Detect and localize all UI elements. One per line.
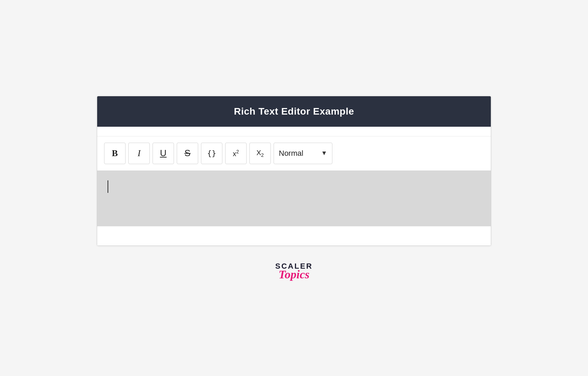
editor-toolbar: B I U S {} x2 X2 Normal ▼	[97, 136, 491, 171]
strikethrough-button[interactable]: S	[177, 143, 198, 164]
bold-label: B	[112, 148, 118, 159]
subscript-label: X2	[256, 149, 264, 158]
superscript-button[interactable]: x2	[225, 143, 247, 164]
editor-bottom-bar	[97, 226, 491, 245]
scaler-logo-bottom-text: Topics	[278, 269, 309, 280]
editor-container: Rich Text Editor Example B I U S {} x2 X…	[97, 96, 491, 246]
italic-label: I	[138, 148, 141, 159]
text-cursor	[108, 180, 108, 193]
superscript-label: x2	[233, 149, 239, 158]
code-button[interactable]: {}	[201, 143, 222, 164]
dropdown-selected-value: Normal	[279, 149, 315, 158]
underline-button[interactable]: U	[153, 143, 174, 164]
bold-button[interactable]: B	[104, 143, 126, 164]
italic-button[interactable]: I	[128, 143, 150, 164]
code-label: {}	[207, 149, 217, 158]
subscript-button[interactable]: X2	[249, 143, 271, 164]
strikethrough-label: S	[184, 148, 190, 159]
chevron-down-icon: ▼	[321, 150, 327, 157]
underline-label: U	[160, 148, 167, 159]
editor-top-bar	[97, 127, 491, 136]
editor-title: Rich Text Editor Example	[234, 106, 354, 117]
editor-header: Rich Text Editor Example	[97, 96, 491, 127]
editor-content-area[interactable]	[97, 171, 491, 226]
scaler-logo: SCALER Topics	[275, 262, 313, 280]
style-dropdown[interactable]: Normal ▼	[274, 143, 332, 164]
